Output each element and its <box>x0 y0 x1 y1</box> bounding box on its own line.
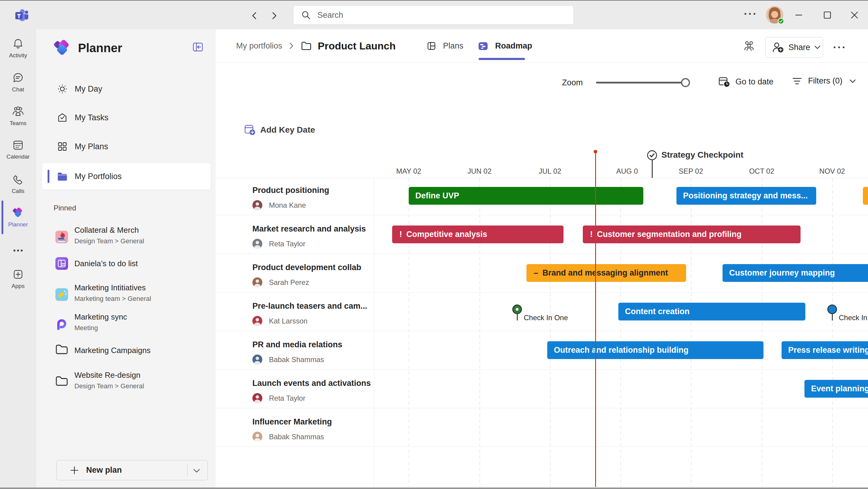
month-gridline <box>832 178 833 487</box>
presence-available-icon <box>778 18 784 24</box>
titlebar-more-button[interactable] <box>745 13 755 15</box>
bar-label: Press release writing <box>788 345 868 355</box>
new-plan-button[interactable]: New plan <box>56 460 208 480</box>
sidebar-item-my-tasks[interactable]: My Tasks <box>42 104 211 131</box>
pinned-item[interactable]: Website Re-designDesign Team > General <box>42 366 211 398</box>
active-rail-indicator <box>1 200 3 234</box>
bar-label: Define UVP <box>415 191 459 200</box>
month-label: NOV 02 <box>819 167 845 175</box>
rail-item-activity[interactable]: Activity <box>0 33 36 64</box>
gantt-bar[interactable]: –Brand and messaging alignment <box>526 264 686 282</box>
planner-sidebar: Planner My DayMy TasksMy PlansMy Portfol… <box>36 29 216 489</box>
pinned-section-label: Pinned <box>54 204 76 212</box>
gantt-bar[interactable]: Press release writing <box>781 341 868 359</box>
task-title: Pre-launch teasers and cam... <box>252 301 367 311</box>
rail-item-more[interactable] <box>0 235 36 266</box>
month-gridline <box>479 178 480 487</box>
bar-status-icon: ! <box>399 230 402 239</box>
sidebar-item-my-portfolios[interactable]: My Portfolios <box>42 163 211 190</box>
bar-label: Competitive analysis <box>406 230 487 239</box>
task-row[interactable]: Market research and analysisReta Taylor <box>216 215 374 254</box>
month-gridline <box>620 178 621 487</box>
main-content: My portfolios Product Launch Plans Roadm… <box>216 29 868 489</box>
board-purple-icon <box>55 257 68 270</box>
task-row[interactable]: Product development collabSarah Perez <box>216 254 374 292</box>
teams-logo-icon <box>15 8 29 23</box>
gantt-bar[interactable]: Content creation <box>618 303 805 320</box>
sun-icon <box>57 84 67 94</box>
rail-item-calls[interactable]: Calls <box>0 169 36 200</box>
pinned-item[interactable]: Marketing syncMeeting <box>42 308 211 340</box>
back-button[interactable] <box>248 9 261 22</box>
task-title: Market research and analysis <box>252 224 366 234</box>
month-label: OCT 02 <box>749 167 774 175</box>
bar-label: Content creation <box>625 307 690 316</box>
grid-icon <box>57 141 67 152</box>
folder-filled-icon <box>57 171 67 181</box>
gantt-bar[interactable]: Event planning <box>804 380 868 398</box>
task-row[interactable]: PR and media relationsBabak Shammas <box>216 331 374 369</box>
avatar <box>252 239 262 249</box>
bar-status-icon: ! <box>590 230 593 239</box>
rail-item-apps[interactable]: Apps <box>0 263 36 295</box>
rail-item-chat[interactable]: Chat <box>0 67 36 98</box>
maximize-button[interactable] <box>819 7 835 23</box>
pinned-item[interactable]: Collateral & MerchDesign Team > General <box>42 221 211 253</box>
apps-icon <box>13 269 24 281</box>
gantt-bar[interactable] <box>863 187 868 205</box>
new-plan-label: New plan <box>86 465 122 475</box>
task-title: Product positioning <box>252 186 329 195</box>
pinned-item[interactable]: Marketing IntitiativesMarketing team > G… <box>42 279 211 310</box>
task-owner: Sarah Perez <box>252 277 309 287</box>
search-icon <box>301 10 311 20</box>
app-title: Planner <box>78 41 122 55</box>
gantt-bar[interactable]: Define UVP <box>409 187 643 205</box>
planner-logo-icon <box>54 38 71 58</box>
pin-circle-icon <box>827 304 837 314</box>
task-row[interactable]: Influencer MarketingBabak Shammas <box>216 408 374 447</box>
gantt-bar[interactable]: Customer journey mapping <box>722 264 868 282</box>
task-title: Launch events and activations <box>252 379 371 388</box>
rail-item-teams[interactable]: Teams <box>0 101 36 132</box>
forward-button[interactable] <box>268 9 281 22</box>
books-apple-icon <box>55 231 68 243</box>
rail-item-calendar[interactable]: Calendar <box>0 134 36 166</box>
search-input[interactable]: Search <box>293 5 574 25</box>
pinned-item[interactable]: Daniela’s to do list <box>42 250 211 277</box>
chevron-down-icon[interactable] <box>192 466 201 475</box>
month-gridline <box>409 178 409 487</box>
gantt-bar[interactable]: Outreach and relationship building <box>547 341 764 359</box>
collapse-sidebar-button[interactable] <box>192 41 203 53</box>
sidebar-item-my-plans[interactable]: My Plans <box>42 133 211 160</box>
gantt-bar[interactable]: !Customer segmentation and profiling <box>583 226 801 243</box>
teams-window: Search <box>0 0 868 489</box>
task-owner: Reta Taylor <box>252 239 305 249</box>
task-row[interactable]: Product positioningMona Kane <box>216 176 374 215</box>
more-dots-icon <box>13 248 24 254</box>
pinned-item[interactable]: Marketing Campaigns <box>42 337 211 364</box>
task-row[interactable]: Launch events and activationsReta Taylor <box>216 369 374 408</box>
planner-logo-icon <box>13 207 24 220</box>
rail-item-planner[interactable]: Planner <box>0 202 36 233</box>
close-button[interactable] <box>847 7 862 23</box>
sidebar-item-my-day[interactable]: My Day <box>42 76 211 102</box>
task-title: Influencer Marketing <box>252 417 332 427</box>
gantt-bar[interactable]: Positioning strategy and mess... <box>677 187 816 205</box>
window-bottom-border <box>0 488 868 489</box>
gantt-bar[interactable]: !Competitive analysis <box>392 226 563 243</box>
minimize-button[interactable] <box>791 7 807 23</box>
task-owner: Kat Larsson <box>252 316 308 326</box>
milestone-check-icon <box>647 150 657 161</box>
pin-label: Check In <box>839 314 867 322</box>
user-avatar[interactable] <box>766 6 783 24</box>
calendar-icon <box>13 140 24 152</box>
titlebar: Search <box>0 0 868 29</box>
avatar <box>252 354 262 365</box>
avatar <box>252 393 262 403</box>
task-column-divider <box>374 178 374 487</box>
task-owner: Babak Shammas <box>252 432 324 442</box>
bar-label: Customer journey mapping <box>729 268 835 278</box>
task-row[interactable]: Pre-launch teasers and cam...Kat Larsson <box>216 292 374 331</box>
folder-outline-icon <box>55 344 68 357</box>
task-check-icon <box>57 112 67 123</box>
